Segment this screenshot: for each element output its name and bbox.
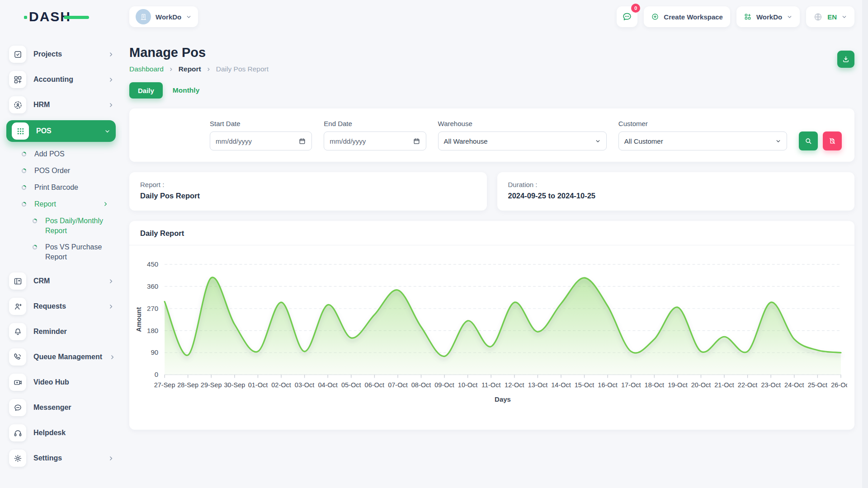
chevron-right-icon bbox=[103, 201, 108, 207]
svg-text:270: 270 bbox=[147, 305, 158, 312]
scrollbar-track[interactable] bbox=[862, 0, 868, 488]
sidebar-item-settings[interactable]: Settings bbox=[9, 448, 114, 468]
svg-text:27-Sep: 27-Sep bbox=[154, 381, 175, 389]
main-content: Manage Pos Dashboard Report Daily Pos Re… bbox=[122, 33, 868, 488]
sidebar-item-video-hub[interactable]: Video Hub bbox=[9, 372, 114, 392]
search-button[interactable] bbox=[799, 131, 818, 150]
chevron-right-icon bbox=[108, 304, 114, 310]
sidebar-item-helpdesk[interactable]: Helpdesk bbox=[9, 423, 114, 443]
end-date-input[interactable] bbox=[330, 137, 409, 145]
chart-area: 09018027036045027-Sep28-Sep29-Sep30-Sep0… bbox=[129, 245, 854, 430]
building-icon bbox=[136, 9, 151, 24]
customer-select[interactable]: All Customer bbox=[618, 131, 787, 150]
phone-call-icon bbox=[9, 348, 26, 366]
report-label: Report : bbox=[140, 181, 476, 188]
daily-report-chart: 09018027036045027-Sep28-Sep29-Sep30-Sep0… bbox=[132, 251, 847, 426]
chevron-down-icon bbox=[841, 14, 847, 20]
chevron-right-icon bbox=[169, 67, 174, 72]
svg-text:11-Oct: 11-Oct bbox=[481, 381, 500, 389]
svg-text:12-Oct: 12-Oct bbox=[505, 381, 524, 389]
user-plus-icon bbox=[9, 298, 26, 315]
start-date-label: Start Date bbox=[210, 120, 312, 127]
svg-text:360: 360 bbox=[147, 282, 158, 290]
sidebar-item-reminder[interactable]: Reminder bbox=[9, 322, 114, 342]
app-window: DASH WorkDo 0 bbox=[0, 0, 868, 488]
svg-text:20-Oct: 20-Oct bbox=[691, 381, 711, 389]
notifications-button[interactable]: 0 bbox=[617, 6, 637, 27]
sidebar-item-hrm[interactable]: HRM bbox=[9, 95, 114, 115]
create-workspace-button[interactable]: Create Workspace bbox=[644, 6, 730, 27]
reset-filter-button[interactable] bbox=[823, 131, 842, 150]
gear-icon bbox=[9, 450, 26, 467]
checkbox-icon bbox=[9, 46, 26, 63]
sidebar-subitem-print-barcode[interactable]: Print Barcode bbox=[21, 183, 114, 192]
chevron-right-icon bbox=[108, 102, 114, 108]
customer-label: Customer bbox=[618, 120, 787, 127]
create-workspace-label: Create Workspace bbox=[664, 13, 723, 21]
end-date-field: End Date bbox=[324, 120, 426, 150]
sidebar-subitem-pos-vs-purchase-report[interactable]: Pos VS Purchase Report bbox=[32, 242, 114, 262]
sidebar-item-projects[interactable]: Projects bbox=[9, 44, 114, 64]
page-title: Manage Pos bbox=[129, 45, 269, 60]
chevron-down-icon bbox=[787, 14, 793, 20]
sidebar-item-crm[interactable]: CRM bbox=[9, 271, 114, 291]
logo-box: DASH bbox=[0, 9, 122, 24]
warehouse-label: Warehouse bbox=[438, 120, 607, 127]
dots-grid-icon bbox=[12, 122, 29, 140]
sidebar-item-accounting[interactable]: Accounting bbox=[9, 70, 114, 89]
sidebar-subitem-pos-daily-monthly-report[interactable]: Pos Daily/Monthly Report bbox=[32, 216, 114, 235]
sidebar-subitem-pos-order[interactable]: POS Order bbox=[21, 166, 114, 176]
chevron-right-icon bbox=[108, 77, 114, 83]
chat-bubble-icon bbox=[9, 399, 26, 416]
svg-text:22-Oct: 22-Oct bbox=[738, 381, 758, 389]
warehouse-field: Warehouse All Warehouse bbox=[438, 120, 607, 150]
svg-text:16-Oct: 16-Oct bbox=[598, 381, 618, 389]
video-camera-icon bbox=[9, 374, 26, 391]
summary-row: Report : Daily Pos Report Duration : 202… bbox=[129, 172, 854, 211]
calendar-icon[interactable] bbox=[413, 137, 420, 145]
chevron-right-icon bbox=[206, 67, 211, 72]
bullet-ring-icon bbox=[32, 242, 38, 252]
workspace-switcher[interactable]: WorkDo bbox=[129, 6, 198, 27]
sidebar-item-requests[interactable]: Requests bbox=[9, 296, 114, 316]
bullet-ring-icon bbox=[21, 183, 27, 192]
person-dashed-circle-icon bbox=[9, 96, 26, 113]
tab-daily[interactable]: Daily bbox=[129, 82, 163, 99]
language-selector[interactable]: EN bbox=[806, 6, 854, 27]
start-date-input[interactable] bbox=[216, 137, 295, 145]
sidebar-subitem-add-pos[interactable]: Add POS bbox=[21, 149, 114, 159]
sidebar-submenu: Add POSPOS OrderPrint BarcodeReportPos D… bbox=[9, 147, 114, 271]
report-value: Daily Pos Report bbox=[140, 192, 476, 200]
bullet-ring-icon bbox=[32, 216, 38, 226]
download-button[interactable] bbox=[837, 51, 854, 68]
svg-text:10-Oct: 10-Oct bbox=[458, 381, 478, 389]
svg-text:05-Oct: 05-Oct bbox=[341, 381, 361, 389]
sidebar-item-queue-management[interactable]: Queue Management bbox=[9, 347, 114, 367]
svg-text:Amount: Amount bbox=[135, 307, 142, 332]
grid-plus-icon bbox=[744, 13, 752, 21]
svg-text:19-Oct: 19-Oct bbox=[668, 381, 688, 389]
warehouse-select[interactable]: All Warehouse bbox=[438, 131, 607, 150]
breadcrumb-link-dashboard[interactable]: Dashboard bbox=[129, 65, 164, 73]
chevron-right-icon bbox=[108, 455, 114, 461]
workspace-menu-button[interactable]: WorkDo bbox=[736, 6, 800, 27]
tab-monthly[interactable]: Monthly bbox=[173, 86, 199, 94]
calendar-icon[interactable] bbox=[298, 137, 306, 145]
breadcrumb: Dashboard Report Daily Pos Report bbox=[129, 65, 269, 73]
sidebar-item-pos[interactable]: POS bbox=[6, 120, 116, 142]
sidebar-subitem-report[interactable]: Report bbox=[21, 199, 114, 209]
workspace-menu-label: WorkDo bbox=[756, 13, 782, 21]
svg-text:24-Oct: 24-Oct bbox=[784, 381, 804, 389]
language-code: EN bbox=[827, 13, 837, 21]
svg-text:03-Oct: 03-Oct bbox=[295, 381, 315, 389]
filter-actions bbox=[799, 131, 842, 150]
topbar-actions: 0 Create Workspace WorkDo EN bbox=[617, 6, 868, 27]
sidebar-item-messenger[interactable]: Messenger bbox=[9, 398, 114, 418]
app-logo[interactable]: DASH bbox=[29, 9, 71, 24]
svg-text:28-Sep: 28-Sep bbox=[177, 381, 198, 389]
bullet-ring-icon bbox=[21, 166, 27, 176]
svg-text:06-Oct: 06-Oct bbox=[365, 381, 385, 389]
chevron-down-icon bbox=[775, 138, 781, 144]
svg-text:0: 0 bbox=[155, 371, 158, 378]
breadcrumb-link-report[interactable]: Report bbox=[179, 65, 201, 73]
